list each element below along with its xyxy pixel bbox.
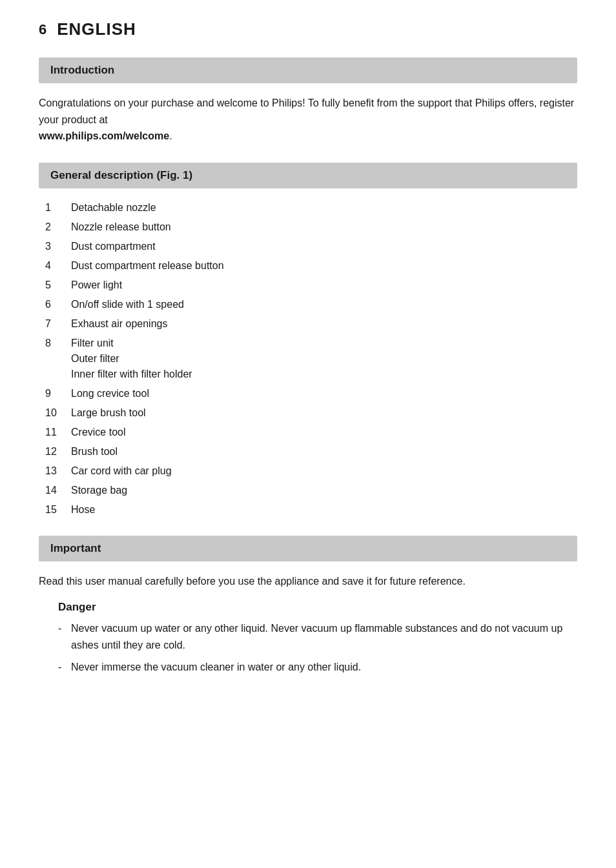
page-number: 6 [39, 21, 46, 38]
item-text: Long crevice tool [71, 386, 577, 401]
item-text: Large brush tool [71, 405, 577, 421]
important-header: Important [39, 536, 577, 561]
page: 6 ENGLISH Introduction Congratulations o… [0, 0, 616, 868]
item-number: 14 [45, 483, 71, 498]
item-main-text: Filter unit [71, 336, 577, 351]
item-text: Car cord with car plug [71, 463, 577, 479]
list-item: 8Filter unitOuter filterInner filter wit… [45, 336, 577, 382]
list-item: 1Detachable nozzle [45, 200, 577, 216]
intro-text-end: . [169, 130, 172, 141]
important-text: Read this user manual carefully before y… [39, 573, 577, 590]
item-text: Filter unitOuter filterInner filter with… [71, 336, 577, 382]
list-item: 14Storage bag [45, 483, 577, 498]
page-language: ENGLISH [57, 19, 136, 39]
item-number: 1 [45, 200, 71, 216]
item-number: 7 [45, 316, 71, 332]
intro-text-part1: Congratulations on your purchase and wel… [39, 97, 574, 125]
item-number: 8 [45, 336, 71, 351]
danger-item-text: Never immerse the vacuum cleaner in wate… [71, 659, 577, 676]
danger-item: -Never vacuum up water or any other liqu… [58, 620, 577, 653]
sub-item: Outer filter [71, 351, 577, 367]
item-text: Dust compartment release button [71, 258, 577, 274]
item-number: 15 [45, 502, 71, 518]
list-item: 12Brush tool [45, 444, 577, 459]
introduction-header: Introduction [39, 57, 577, 83]
item-text: Exhaust air openings [71, 316, 577, 332]
list-item: 6On/off slide with 1 speed [45, 297, 577, 312]
item-number: 12 [45, 444, 71, 459]
item-text: Detachable nozzle [71, 200, 577, 216]
danger-section: Danger -Never vacuum up water or any oth… [58, 601, 577, 675]
item-text: Dust compartment [71, 239, 577, 254]
list-item: 13Car cord with car plug [45, 463, 577, 479]
important-title: Important [50, 542, 101, 554]
item-number: 5 [45, 278, 71, 293]
list-item: 5Power light [45, 278, 577, 293]
item-number: 10 [45, 405, 71, 421]
sub-item: Inner filter with filter holder [71, 367, 577, 382]
item-text: On/off slide with 1 speed [71, 297, 577, 312]
introduction-text: Congratulations on your purchase and wel… [39, 95, 577, 145]
danger-item-text: Never vacuum up water or any other liqui… [71, 620, 577, 653]
item-number: 13 [45, 463, 71, 479]
item-text: Hose [71, 502, 577, 518]
items-list: 1Detachable nozzle2Nozzle release button… [45, 200, 577, 518]
danger-dash: - [58, 659, 71, 676]
item-text: Power light [71, 278, 577, 293]
item-number: 6 [45, 297, 71, 312]
item-text: Brush tool [71, 444, 577, 459]
item-text: Crevice tool [71, 425, 577, 440]
item-number: 9 [45, 386, 71, 401]
list-item: 4Dust compartment release button [45, 258, 577, 274]
item-text: Nozzle release button [71, 219, 577, 235]
intro-website: www.philips.com/welcome [39, 130, 169, 141]
danger-item: -Never immerse the vacuum cleaner in wat… [58, 659, 577, 676]
introduction-section: Introduction Congratulations on your pur… [39, 57, 577, 145]
important-section: Important Read this user manual carefull… [39, 536, 577, 675]
list-item: 11Crevice tool [45, 425, 577, 440]
list-item: 2Nozzle release button [45, 219, 577, 235]
page-header: 6 ENGLISH [39, 19, 577, 39]
item-text: Storage bag [71, 483, 577, 498]
list-item: 7Exhaust air openings [45, 316, 577, 332]
general-description-header: General description (Fig. 1) [39, 163, 577, 188]
general-description-title: General description (Fig. 1) [50, 169, 192, 181]
item-number: 11 [45, 425, 71, 440]
list-item: 15Hose [45, 502, 577, 518]
item-number: 2 [45, 219, 71, 235]
danger-title: Danger [58, 601, 577, 614]
general-description-section: General description (Fig. 1) 1Detachable… [39, 163, 577, 518]
item-number: 4 [45, 258, 71, 274]
introduction-title: Introduction [50, 64, 114, 76]
list-item: 3Dust compartment [45, 239, 577, 254]
danger-dash: - [58, 620, 71, 637]
list-item: 10Large brush tool [45, 405, 577, 421]
list-item: 9Long crevice tool [45, 386, 577, 401]
item-number: 3 [45, 239, 71, 254]
danger-list: -Never vacuum up water or any other liqu… [58, 620, 577, 675]
